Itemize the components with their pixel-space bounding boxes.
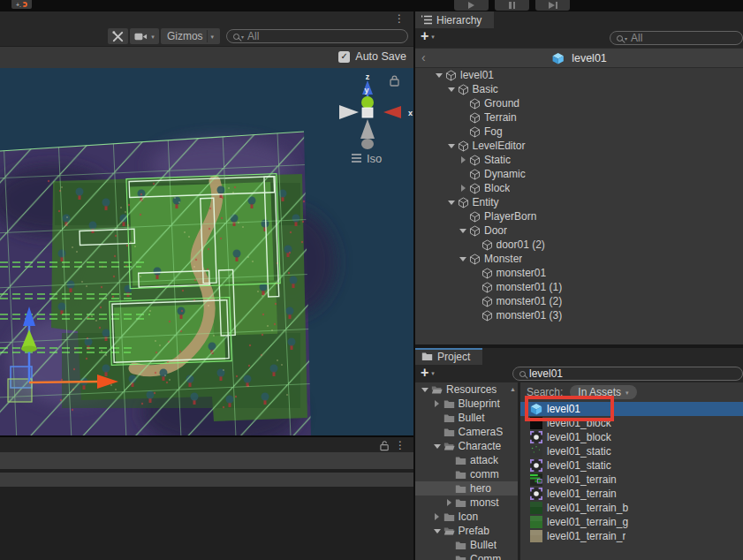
hierarchy-tab-label: Hierarchy: [436, 14, 481, 26]
expander-open-icon[interactable]: [458, 257, 468, 261]
search-icon: [519, 371, 526, 377]
gizmos-label: Gizmos: [167, 30, 203, 42]
hierarchy-item-entity[interactable]: Entity: [415, 195, 743, 209]
back-arrow-icon[interactable]: ‹: [421, 50, 426, 64]
folder-closed-icon: [443, 511, 456, 523]
bottom-panel-kebab-icon[interactable]: ⋮: [395, 440, 406, 450]
result-item-level01-terrain[interactable]: level01_terrain: [520, 487, 743, 501]
hierarchy-item-monster01-3[interactable]: monster01 (3): [415, 308, 743, 322]
folder-item-label: Bullet: [470, 539, 497, 551]
result-item-level01-terrain-g[interactable]: level01_terrain_g: [520, 515, 743, 529]
expander-closed-icon[interactable]: [458, 156, 468, 163]
result-item-level01-terrain-r[interactable]: level01_terrain_r: [520, 529, 743, 543]
expander-open-icon[interactable]: [446, 201, 457, 205]
bottom-panel-bar-2[interactable]: [0, 473, 413, 487]
hierarchy-item-door[interactable]: Door: [415, 223, 743, 238]
hierarchy-item-monster[interactable]: Monster: [415, 252, 743, 266]
folder-item-comm[interactable]: comm: [415, 467, 518, 481]
project-search-input[interactable]: level01: [512, 367, 743, 381]
camera-view-button[interactable]: ▾: [130, 28, 159, 44]
hierarchy-search-placeholder: All: [631, 32, 642, 44]
scroll-up-arrow-icon[interactable]: ▲: [510, 386, 516, 392]
expander-open-icon[interactable]: [458, 229, 468, 233]
folder-item-prefab[interactable]: Prefab: [415, 524, 518, 538]
hierarchy-item-door01-2[interactable]: door01 (2): [415, 238, 743, 252]
expander-open-icon[interactable]: [446, 144, 457, 148]
hierarchy-item-terrain[interactable]: Terrain: [415, 110, 743, 125]
step-button[interactable]: [535, 0, 570, 11]
tools-button[interactable]: [108, 28, 128, 44]
expander-open-icon[interactable]: [432, 529, 443, 534]
folder-item-characte[interactable]: Characte: [415, 439, 518, 453]
folder-item-bullet[interactable]: Bullet: [415, 411, 518, 425]
hierarchy-item-basic[interactable]: Basic: [415, 82, 743, 96]
hierarchy-item-monster01[interactable]: monster01: [415, 266, 743, 280]
expander-closed-icon[interactable]: [432, 513, 443, 520]
folder-item-label: attack: [470, 454, 498, 466]
hierarchy-panel: Hierarchy + ▾ ▾ All ‹ level01: [415, 11, 743, 344]
folder-item-blueprint[interactable]: Blueprint: [415, 397, 518, 411]
gizmos-dropdown[interactable]: Gizmos ▾: [161, 28, 220, 44]
hierarchy-item-label: monster01 (2): [497, 295, 563, 307]
folder-item-icon[interactable]: Icon: [415, 510, 518, 524]
folder-item-cameras[interactable]: CameraS: [415, 425, 518, 439]
hierarchy-item-level01[interactable]: level01: [415, 68, 743, 82]
hierarchy-item-monster01-2[interactable]: monster01 (2): [415, 294, 743, 308]
folder-icon: [421, 352, 433, 361]
folder-item-label: Prefab: [459, 525, 489, 537]
folder-item-resources[interactable]: Resources: [415, 382, 518, 397]
expander-open-icon[interactable]: [446, 87, 457, 92]
scene-view[interactable]: z y x Iso: [0, 68, 413, 435]
gizmo-cube[interactable]: [362, 108, 373, 117]
panel-menu-kebab-icon[interactable]: ⋮: [394, 13, 405, 24]
gameobject-icon: [468, 111, 481, 124]
gameobject-icon: [468, 125, 481, 138]
result-item-level01-static[interactable]: level01_static: [520, 444, 743, 458]
hierarchy-item-ground[interactable]: Ground: [415, 96, 743, 110]
hierarchy-breadcrumb[interactable]: ‹ level01: [415, 48, 743, 68]
hierarchy-item-fog[interactable]: Fog: [415, 125, 743, 139]
plugin-flame-icon: [22, 2, 27, 7]
tab-hierarchy[interactable]: Hierarchy: [415, 11, 494, 28]
bottom-panel-bar-1[interactable]: [0, 452, 413, 469]
expander-closed-icon[interactable]: [444, 499, 454, 506]
result-item-level01-block[interactable]: level01_block: [520, 430, 743, 444]
result-item-level01-terrain[interactable]: level01_terrain: [520, 473, 743, 487]
hierarchy-item-static[interactable]: Static: [415, 153, 743, 167]
expander-closed-icon[interactable]: [432, 400, 443, 407]
expander-closed-icon[interactable]: [458, 185, 468, 192]
result-item-level01[interactable]: level01: [520, 402, 743, 416]
expander-open-icon[interactable]: [420, 388, 430, 392]
plugin-tab-button[interactable]: +.: [11, 0, 32, 9]
result-item-level01-terrain-b[interactable]: level01_terrain_b: [520, 501, 743, 515]
tab-project[interactable]: Project: [415, 348, 482, 365]
hierarchy-item-block[interactable]: Block: [415, 181, 743, 195]
hierarchy-item-label: Ground: [484, 97, 519, 110]
hierarchy-item-playerborn[interactable]: PlayerBorn: [415, 209, 743, 223]
scene-search-input[interactable]: ▾ All: [226, 29, 408, 43]
project-panel: Project + ▾ level01 ▲ ResourcesBlueprint…: [415, 348, 743, 560]
search-scope-dropdown[interactable]: In Assets ▾: [570, 385, 636, 399]
folder-item-comm[interactable]: Comm: [415, 552, 518, 560]
sprite-icon: [529, 430, 543, 444]
hierarchy-search-input[interactable]: ▾ All: [610, 31, 743, 45]
result-item-level01-block[interactable]: level01_block: [520, 416, 743, 430]
folder-item-bullet[interactable]: Bullet: [415, 538, 518, 552]
hierarchy-create-button[interactable]: + ▾: [421, 29, 435, 43]
expander-open-icon[interactable]: [434, 73, 444, 78]
play-button[interactable]: [454, 0, 489, 11]
auto-save-checkbox[interactable]: ✓ Auto Save: [338, 50, 406, 63]
result-item-label: level01_terrain_g: [547, 516, 628, 528]
expander-open-icon[interactable]: [432, 444, 443, 449]
folder-item-attack[interactable]: attack: [415, 453, 518, 467]
result-item-level01-static[interactable]: level01_static: [520, 458, 743, 473]
hierarchy-item-dynamic[interactable]: Dynamic: [415, 167, 743, 181]
pause-button[interactable]: [495, 0, 529, 11]
hierarchy-item-label: Dynamic: [484, 168, 526, 180]
folder-item-hero[interactable]: hero: [415, 481, 518, 496]
folder-item-monst[interactable]: monst: [415, 496, 518, 510]
project-create-button[interactable]: + ▾: [421, 366, 435, 380]
hierarchy-item-monster01-1[interactable]: monster01 (1): [415, 280, 743, 294]
hierarchy-item-leveleditor[interactable]: LevelEditor: [415, 139, 743, 153]
y-axis-ball[interactable]: [361, 96, 374, 109]
